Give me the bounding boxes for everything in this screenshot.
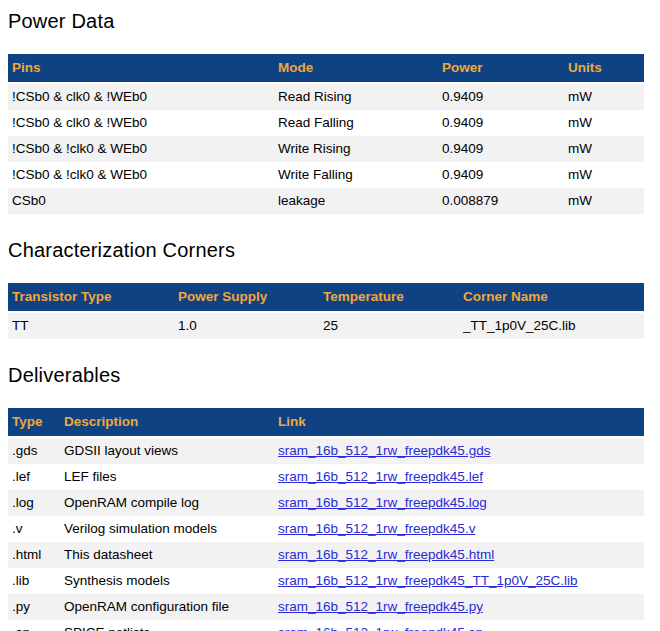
mode-cell: Write Rising [274,136,438,162]
transistor-type-column-header: Transistor Type [8,283,174,312]
html-file-link[interactable]: sram_16b_512_1rw_freepdk45.html [278,547,494,562]
description-cell: Synthesis models [60,568,274,594]
lef-file-link[interactable]: sram_16b_512_1rw_freepdk45.lef [278,469,483,484]
temperature-cell: 25 [319,312,459,339]
units-column-header: Units [564,54,644,83]
units-cell: mW [564,136,644,162]
table-row: .py OpenRAM configuration file sram_16b_… [8,594,644,620]
link-cell: sram_16b_512_1rw_freepdk45.py [274,594,644,620]
table-row: !CSb0 & clk0 & !WEb0 Read Rising 0.9409 … [8,83,644,110]
characterization-corners-table: Transistor Type Power Supply Temperature… [8,283,644,339]
table-row: .log OpenRAM compile log sram_16b_512_1r… [8,490,644,516]
link-cell: sram_16b_512_1rw_freepdk45.v [274,516,644,542]
table-row: .sp SPICE netlists sram_16b_512_1rw_free… [8,620,644,631]
power-cell: 0.9409 [438,162,564,188]
table-row: !CSb0 & !clk0 & WEb0 Write Falling 0.940… [8,162,644,188]
table-header-row: Type Description Link [8,408,644,437]
table-row: TT 1.0 25 _TT_1p0V_25C.lib [8,312,644,339]
table-header-row: Transistor Type Power Supply Temperature… [8,283,644,312]
type-cell: .py [8,594,60,620]
power-column-header: Power [438,54,564,83]
link-cell: sram_16b_512_1rw_freepdk45_TT_1p0V_25C.l… [274,568,644,594]
description-cell: This datasheet [60,542,274,568]
table-row: !CSb0 & !clk0 & WEb0 Write Rising 0.9409… [8,136,644,162]
py-file-link[interactable]: sram_16b_512_1rw_freepdk45.py [278,599,483,614]
mode-cell: Write Falling [274,162,438,188]
power-data-table-body: !CSb0 & clk0 & !WEb0 Read Rising 0.9409 … [8,83,644,214]
power-cell: 0.9409 [438,83,564,110]
type-cell: .html [8,542,60,568]
pins-cell: !CSb0 & clk0 & !WEb0 [8,110,274,136]
pins-column-header: Pins [8,54,274,83]
table-row: .gds GDSII layout views sram_16b_512_1rw… [8,437,644,464]
units-cell: mW [564,110,644,136]
power-data-table-head: Pins Mode Power Units [8,54,644,83]
corners-table-head: Transistor Type Power Supply Temperature… [8,283,644,312]
power-cell: 0.9409 [438,136,564,162]
units-cell: mW [564,188,644,214]
power-cell: 0.9409 [438,110,564,136]
pins-cell: CSb0 [8,188,274,214]
link-cell: sram_16b_512_1rw_freepdk45.html [274,542,644,568]
units-cell: mW [564,83,644,110]
link-cell: sram_16b_512_1rw_freepdk45.log [274,490,644,516]
table-row: CSb0 leakage 0.008879 mW [8,188,644,214]
pins-cell: !CSb0 & clk0 & !WEb0 [8,83,274,110]
table-header-row: Pins Mode Power Units [8,54,644,83]
units-cell: mW [564,162,644,188]
power-supply-cell: 1.0 [174,312,319,339]
type-cell: .gds [8,437,60,464]
pins-cell: !CSb0 & !clk0 & WEb0 [8,162,274,188]
deliverables-section-title: Deliverables [8,364,644,387]
type-cell: .lef [8,464,60,490]
deliverables-table-body: .gds GDSII layout views sram_16b_512_1rw… [8,437,644,631]
type-cell: .log [8,490,60,516]
mode-cell: leakage [274,188,438,214]
power-data-table: Pins Mode Power Units !CSb0 & clk0 & !WE… [8,54,644,214]
datasheet-page: Power Data Pins Mode Power Units !CSb0 &… [0,0,660,631]
corner-name-cell: _TT_1p0V_25C.lib [459,312,644,339]
table-row: .v Verilog simulation models sram_16b_51… [8,516,644,542]
type-column-header: Type [8,408,60,437]
power-supply-column-header: Power Supply [174,283,319,312]
power-cell: 0.008879 [438,188,564,214]
table-row: .html This datasheet sram_16b_512_1rw_fr… [8,542,644,568]
link-cell: sram_16b_512_1rw_freepdk45.gds [274,437,644,464]
table-row: .lef LEF files sram_16b_512_1rw_freepdk4… [8,464,644,490]
transistor-type-cell: TT [8,312,174,339]
type-cell: .sp [8,620,60,631]
description-cell: OpenRAM configuration file [60,594,274,620]
lib-file-link[interactable]: sram_16b_512_1rw_freepdk45_TT_1p0V_25C.l… [278,573,577,588]
deliverables-table: Type Description Link .gds GDSII layout … [8,408,644,631]
corners-section-title: Characterization Corners [8,239,644,262]
mode-cell: Read Falling [274,110,438,136]
sp-file-link[interactable]: sram_16b_512_1rw_freepdk45.sp [278,625,483,631]
description-cell: OpenRAM compile log [60,490,274,516]
corners-table-body: TT 1.0 25 _TT_1p0V_25C.lib [8,312,644,339]
deliverables-table-head: Type Description Link [8,408,644,437]
link-column-header: Link [274,408,644,437]
description-cell: Verilog simulation models [60,516,274,542]
description-cell: GDSII layout views [60,437,274,464]
temperature-column-header: Temperature [319,283,459,312]
table-row: !CSb0 & clk0 & !WEb0 Read Falling 0.9409… [8,110,644,136]
verilog-file-link[interactable]: sram_16b_512_1rw_freepdk45.v [278,521,475,536]
link-cell: sram_16b_512_1rw_freepdk45.sp [274,620,644,631]
table-row: .lib Synthesis models sram_16b_512_1rw_f… [8,568,644,594]
link-cell: sram_16b_512_1rw_freepdk45.lef [274,464,644,490]
power-data-section-title: Power Data [8,10,644,33]
pins-cell: !CSb0 & !clk0 & WEb0 [8,136,274,162]
type-cell: .v [8,516,60,542]
description-cell: SPICE netlists [60,620,274,631]
log-file-link[interactable]: sram_16b_512_1rw_freepdk45.log [278,495,487,510]
description-column-header: Description [60,408,274,437]
description-cell: LEF files [60,464,274,490]
mode-column-header: Mode [274,54,438,83]
gds-file-link[interactable]: sram_16b_512_1rw_freepdk45.gds [278,443,490,458]
type-cell: .lib [8,568,60,594]
mode-cell: Read Rising [274,83,438,110]
corner-name-column-header: Corner Name [459,283,644,312]
